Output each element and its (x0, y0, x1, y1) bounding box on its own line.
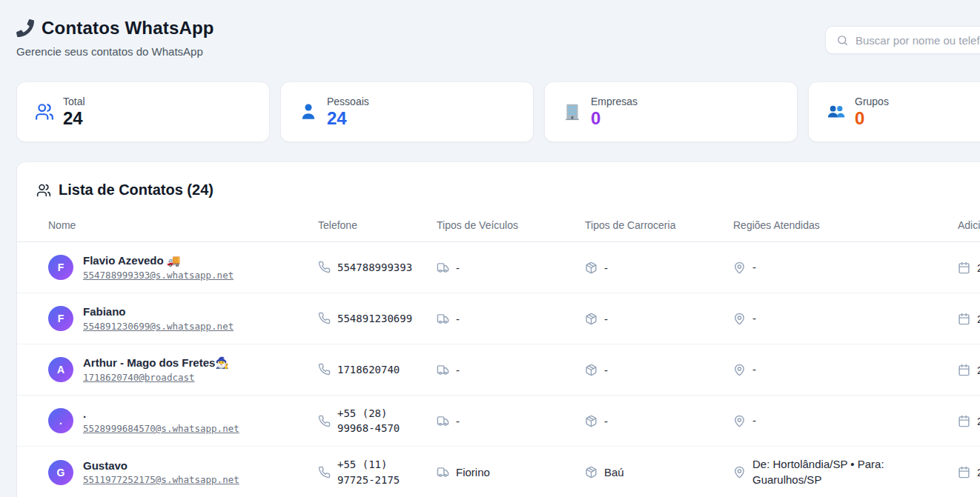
contact-name-cell: F Fabiano 554891230699@s.whatsapp.net (48, 305, 318, 332)
vehicles-cell: Fiorino (437, 466, 585, 478)
stat-value: 0 (855, 109, 889, 128)
phone-cell: 554788999393 (318, 260, 437, 275)
column-header-adicionado: Adicionado em (958, 213, 980, 241)
phone-outline-icon (318, 466, 331, 478)
phone-cell: +55 (11) 97725-2175 (318, 457, 437, 487)
added-date-cell: 2 (958, 466, 980, 478)
phone-outline-icon (318, 312, 331, 324)
table-body: F Flavio Azevedo 🚚 554788999393@s.whatsa… (17, 242, 980, 497)
vehicles-cell: - (437, 415, 585, 427)
stat-card-grupos: Grupos 0 (808, 81, 980, 142)
contact-name: Flavio Azevedo 🚚 (83, 254, 234, 268)
table-row[interactable]: . . 5528999684570@s.whatsapp.net +55 (28… (17, 396, 980, 447)
phone-icon (16, 19, 34, 37)
map-pin-icon (733, 364, 746, 376)
contact-name-cell: . . 5528999684570@s.whatsapp.net (48, 407, 318, 434)
contact-name-cell: F Flavio Azevedo 🚚 554788999393@s.whatsa… (48, 254, 318, 281)
users-outline-icon (35, 102, 54, 121)
stats-row: Total 24 Pessoais 24 Empresas 0 Grupos 0 (16, 81, 980, 142)
contacts-list-title: Lista de Contatos (24) (17, 162, 980, 213)
person-icon (299, 102, 318, 121)
stat-value: 0 (591, 109, 638, 128)
package-icon (585, 364, 597, 376)
regions-cell: - (733, 311, 958, 326)
calendar-icon (958, 313, 970, 325)
stat-value: 24 (327, 109, 369, 128)
phone-cell: +55 (28) 99968-4570 (318, 406, 437, 436)
truck-icon (437, 415, 449, 427)
stat-value: 24 (63, 109, 85, 128)
column-header-regioes: Regiões Atendidas (733, 213, 958, 241)
truck-icon (437, 466, 449, 478)
avatar: . (48, 408, 73, 433)
table-row[interactable]: F Fabiano 554891230699@s.whatsapp.net 55… (17, 293, 980, 344)
package-icon (585, 415, 597, 427)
regions-cell: De: Hortolândia/SP • Para: Guarulhos/SP (733, 457, 958, 487)
vehicles-cell: - (437, 313, 585, 325)
phone-outline-icon (318, 363, 331, 376)
added-date-cell: 2 (958, 415, 980, 427)
stat-label: Empresas (591, 96, 638, 107)
bodywork-cell: - (585, 261, 733, 274)
contacts-card: Lista de Contatos (24) Nome Telefone Tip… (16, 161, 980, 497)
regions-cell: - (733, 260, 958, 275)
contact-whatsapp-id[interactable]: 5528999684570@s.whatsapp.net (83, 423, 239, 434)
phone-outline-icon (318, 261, 331, 273)
phone-outline-icon (318, 415, 331, 427)
truck-icon (437, 261, 449, 274)
contact-name: . (83, 407, 239, 421)
avatar: F (48, 255, 73, 280)
calendar-icon (958, 364, 970, 376)
phone-cell: 1718620740 (318, 362, 437, 377)
search-input[interactable] (855, 34, 980, 47)
stat-label: Total (63, 96, 85, 107)
contact-whatsapp-id[interactable]: 5511977252175@s.whatsapp.net (83, 474, 239, 485)
search-box[interactable] (825, 26, 980, 54)
page-subtitle: Gerencie seus contatos do WhatsApp (16, 45, 214, 58)
contact-whatsapp-id[interactable]: 554788999393@s.whatsapp.net (83, 270, 234, 281)
users-icon (36, 183, 51, 198)
package-icon (585, 261, 597, 274)
bodywork-cell: Baú (585, 466, 733, 478)
contact-name-cell: G Gustavo 5511977252175@s.whatsapp.net (48, 459, 318, 486)
map-pin-icon (733, 313, 746, 325)
page-title: Contatos WhatsApp (42, 18, 214, 39)
bodywork-cell: - (585, 313, 733, 325)
truck-icon (437, 364, 449, 376)
group-icon (827, 102, 846, 121)
calendar-icon (958, 466, 970, 478)
avatar: A (48, 357, 73, 382)
truck-icon (437, 313, 449, 325)
added-date-cell: 2 (958, 261, 980, 274)
added-date-cell: 2 (958, 313, 980, 325)
calendar-icon (958, 415, 970, 427)
contact-name: Fabiano (83, 305, 234, 319)
contact-name: Gustavo (83, 459, 239, 473)
search-icon (836, 34, 849, 47)
map-pin-icon (733, 261, 746, 274)
table-row[interactable]: A Arthur - Mago dos Fretes🧙‍♂️ 171862074… (17, 344, 980, 396)
table-header-row: Nome Telefone Tipos de Veículos Tipos de… (17, 213, 980, 242)
stat-card-empresas: Empresas 0 (544, 81, 798, 142)
avatar: F (48, 306, 73, 331)
regions-cell: - (733, 413, 958, 428)
contact-whatsapp-id[interactable]: 554891230699@s.whatsapp.net (83, 321, 234, 332)
contact-name-cell: A Arthur - Mago dos Fretes🧙‍♂️ 171862074… (48, 356, 318, 383)
package-icon (585, 466, 597, 478)
stat-card-pessoais: Pessoais 24 (280, 81, 534, 142)
vehicles-cell: - (437, 364, 585, 376)
table-row[interactable]: G Gustavo 5511977252175@s.whatsapp.net +… (17, 447, 980, 497)
added-date-cell: 2 (958, 364, 980, 376)
table-row[interactable]: F Flavio Azevedo 🚚 554788999393@s.whatsa… (17, 242, 980, 293)
contact-whatsapp-id[interactable]: 1718620740@broadcast (83, 372, 229, 383)
map-pin-icon (733, 466, 746, 478)
avatar: G (48, 460, 73, 485)
column-header-nome: Nome (48, 213, 318, 241)
vehicles-cell: - (437, 261, 585, 274)
map-pin-icon (733, 415, 746, 427)
contacts-list-heading: Lista de Contatos (24) (59, 181, 213, 199)
building-icon (563, 102, 582, 121)
stat-label: Pessoais (327, 96, 369, 107)
column-header-carroceria: Tipos de Carroceria (585, 213, 733, 241)
column-header-veiculos: Tipos de Veículos (437, 213, 585, 241)
